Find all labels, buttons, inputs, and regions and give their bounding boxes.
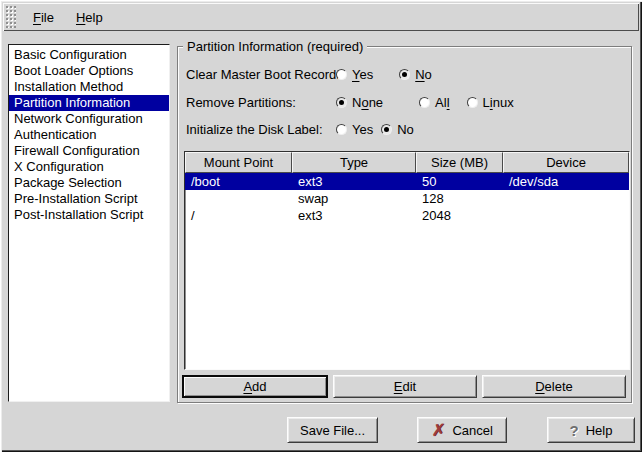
table-row-swap[interactable]: swap 128 — [185, 190, 629, 207]
sidebar-item-package-selection[interactable]: Package Selection — [9, 175, 169, 191]
radio-circle-icon — [467, 97, 478, 108]
sidebar-item-firewall-configuration[interactable]: Firewall Configuration — [9, 143, 169, 159]
partition-table: Mount Point Type Size (MB) Device /boot … — [184, 151, 630, 370]
radio-label: Yes — [352, 122, 373, 137]
radio-circle-icon — [336, 124, 347, 135]
cancel-button[interactable]: ✗ Cancel — [417, 417, 507, 443]
help-question-icon: ? — [570, 423, 579, 438]
save-file-button-label: Save File... — [300, 423, 365, 438]
radio-init-no[interactable]: No — [381, 122, 414, 137]
table-header: Mount Point Type Size (MB) Device — [185, 152, 629, 173]
menu-help[interactable]: Help — [65, 5, 114, 30]
add-button[interactable]: Add — [182, 375, 328, 398]
kickstart-configurator-window: File Help Basic Configuration Boot Loade… — [0, 0, 642, 452]
column-header-device[interactable]: Device — [503, 152, 629, 173]
table-cell: / — [185, 207, 292, 224]
sidebar-item-boot-loader-options[interactable]: Boot Loader Options — [9, 63, 169, 79]
clear-mbr-label: Clear Master Boot Record: — [186, 67, 336, 82]
menu-help-label: elp — [85, 10, 102, 25]
table-row-boot[interactable]: /boot ext3 50 /dev/sda — [185, 173, 629, 190]
menubar: File Help — [3, 3, 639, 31]
table-action-buttons: Add Edit Delete — [182, 375, 626, 398]
help-button[interactable]: ? Help — [547, 417, 635, 443]
cancel-button-label: Cancel — [452, 423, 492, 438]
partition-information-frame: Partition Information (required) Clear M… — [177, 46, 632, 403]
radio-label: Linux — [483, 95, 514, 110]
sidebar-item-post-installation-script[interactable]: Post-Installation Script — [9, 207, 169, 223]
table-cell: 50 — [416, 173, 503, 190]
sidebar-item-installation-method[interactable]: Installation Method — [9, 79, 169, 95]
table-cell: ext3 — [292, 207, 416, 224]
radio-remove-linux[interactable]: Linux — [467, 95, 514, 110]
table-cell: /boot — [185, 173, 292, 190]
remove-partitions-label: Remove Partitions: — [186, 95, 336, 110]
radio-label: None — [352, 95, 383, 110]
frame-title: Partition Information (required) — [183, 38, 367, 55]
table-body: /boot ext3 50 /dev/sda swap 128 / ext3 2… — [185, 173, 629, 224]
table-row-root[interactable]: / ext3 2048 — [185, 207, 629, 224]
radio-circle-icon — [419, 97, 430, 108]
remove-partitions-row: Remove Partitions: None All Linux — [186, 94, 514, 111]
table-cell: swap — [292, 190, 416, 207]
sidebar-item-authentication[interactable]: Authentication — [9, 127, 169, 143]
radio-circle-icon — [336, 69, 347, 80]
edit-button-label: Edit — [394, 379, 416, 394]
column-header-mount-point[interactable]: Mount Point — [185, 152, 292, 173]
table-cell — [503, 190, 629, 207]
delete-button-label: Delete — [535, 379, 573, 394]
table-cell — [185, 190, 292, 207]
radio-label: All — [435, 95, 449, 110]
delete-button[interactable]: Delete — [482, 375, 626, 398]
column-header-size[interactable]: Size (MB) — [416, 152, 503, 173]
clear-mbr-row: Clear Master Boot Record: Yes No — [186, 66, 432, 83]
sidebar-item-network-configuration[interactable]: Network Configuration — [9, 111, 169, 127]
radio-circle-checked-icon — [336, 97, 347, 108]
sidebar-item-partition-information[interactable]: Partition Information — [9, 95, 169, 111]
radio-label: No — [415, 67, 432, 82]
init-disk-label-row: Initialize the Disk Label: Yes No — [186, 121, 414, 138]
section-list: Basic Configuration Boot Loader Options … — [8, 44, 170, 402]
column-header-type[interactable]: Type — [292, 152, 416, 173]
sidebar-item-x-configuration[interactable]: X Configuration — [9, 159, 169, 175]
radio-remove-all[interactable]: All — [419, 95, 449, 110]
save-file-button[interactable]: Save File... — [287, 417, 378, 443]
table-cell — [503, 207, 629, 224]
sidebar-item-pre-installation-script[interactable]: Pre-Installation Script — [9, 191, 169, 207]
radio-clear-mbr-no[interactable]: No — [399, 67, 432, 82]
radio-clear-mbr-yes[interactable]: Yes — [336, 67, 373, 82]
table-cell: /dev/sda — [503, 173, 629, 190]
add-button-label: Add — [243, 379, 266, 394]
radio-remove-none[interactable]: None — [336, 95, 383, 110]
radio-circle-checked-icon — [381, 124, 392, 135]
menubar-grip-handle[interactable] — [6, 6, 16, 28]
menu-file-label: ile — [41, 10, 54, 25]
radio-circle-checked-icon — [399, 69, 410, 80]
radio-label: No — [397, 122, 414, 137]
table-cell: 128 — [416, 190, 503, 207]
sidebar-item-basic-configuration[interactable]: Basic Configuration — [9, 47, 169, 63]
cancel-x-icon: ✗ — [431, 422, 445, 439]
init-disk-label-label: Initialize the Disk Label: — [186, 122, 336, 137]
table-cell: ext3 — [292, 173, 416, 190]
edit-button[interactable]: Edit — [333, 375, 477, 398]
table-cell: 2048 — [416, 207, 503, 224]
radio-label: Yes — [352, 67, 373, 82]
radio-init-yes[interactable]: Yes — [336, 122, 373, 137]
help-button-label: Help — [586, 423, 613, 438]
menu-file[interactable]: File — [22, 5, 65, 30]
